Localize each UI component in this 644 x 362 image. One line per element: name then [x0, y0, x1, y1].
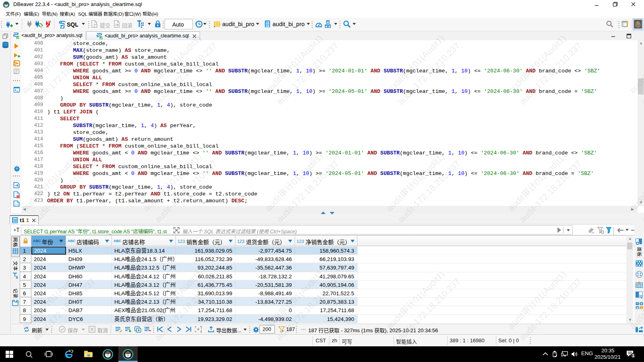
svg-text:1: 1 — [632, 353, 634, 358]
svg-text:(x): (x) — [14, 203, 20, 206]
